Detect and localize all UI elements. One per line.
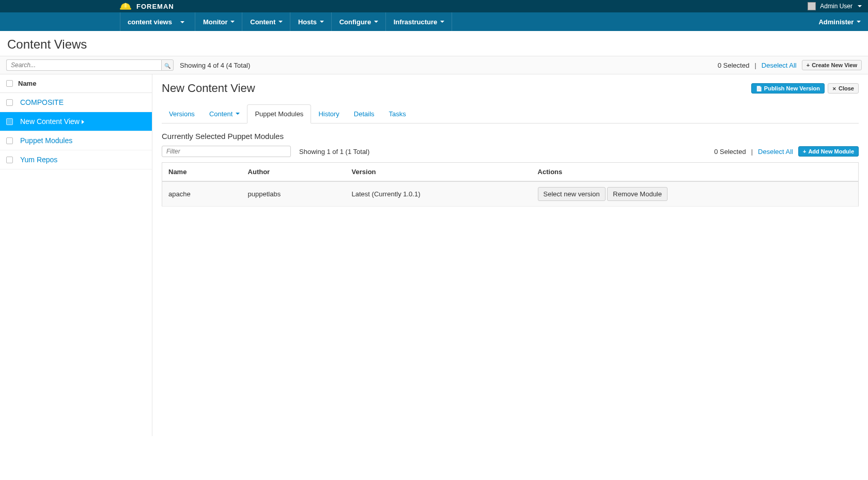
nav-hosts[interactable]: Hosts xyxy=(290,12,332,31)
close-icon xyxy=(832,85,836,91)
search-icon xyxy=(164,61,171,69)
search xyxy=(6,59,174,71)
avatar-icon xyxy=(808,2,816,10)
row-checkbox[interactable] xyxy=(6,99,13,106)
sidebar-header-label: Name xyxy=(18,80,36,87)
cell-version: Latest (Currently 1.0.1) xyxy=(346,181,532,207)
caret-down-icon xyxy=(374,21,378,23)
detail-pane: New Content View Publish New Version Clo… xyxy=(152,74,868,436)
user-label: Admin User xyxy=(820,3,853,10)
tab-history[interactable]: History xyxy=(311,104,346,123)
row-checkbox[interactable] xyxy=(6,118,13,125)
cell-author: puppetlabs xyxy=(242,181,346,207)
topbar: FOREMAN Admin User xyxy=(0,0,868,12)
sidebar-item-label[interactable]: Puppet Modules xyxy=(20,136,72,145)
result-count: Showing 4 of 4 (4 Total) xyxy=(180,61,250,69)
sidebar-item-yum-repos[interactable]: Yum Repos xyxy=(0,150,152,169)
modules-table: Name Author Version Actions apache puppe… xyxy=(162,162,859,207)
close-button[interactable]: Close xyxy=(828,83,859,94)
body: Name COMPOSITE New Content View Puppet M… xyxy=(0,74,868,436)
navbar: content views Monitor Content Hosts Conf… xyxy=(0,12,868,31)
add-new-module-button[interactable]: Add New Module xyxy=(798,146,859,157)
file-icon xyxy=(756,85,762,91)
sidebar-item-new-content-view[interactable]: New Content View xyxy=(0,112,152,131)
remove-module-button[interactable]: Remove Module xyxy=(607,187,668,201)
nav-monitor[interactable]: Monitor xyxy=(195,12,242,31)
col-name[interactable]: Name xyxy=(162,163,242,182)
brand-text: FOREMAN xyxy=(136,3,174,10)
caret-down-icon xyxy=(440,21,444,23)
select-all-checkbox[interactable] xyxy=(6,80,13,87)
search-input[interactable] xyxy=(6,59,161,71)
caret-down-icon xyxy=(236,113,240,115)
nav-administer[interactable]: Administer xyxy=(811,12,868,31)
row-checkbox[interactable] xyxy=(6,137,13,144)
selected-count: 0 Selected xyxy=(718,61,749,69)
tab-details[interactable]: Details xyxy=(347,104,382,123)
sidebar-item-label[interactable]: COMPOSITE xyxy=(20,98,64,106)
filter-row: Showing 1 of 1 (1 Total) 0 Selected | De… xyxy=(162,146,859,157)
detail-header: New Content View Publish New Version Clo… xyxy=(162,82,859,95)
context-label: content views xyxy=(128,18,172,26)
deselect-all-link[interactable]: Deselect All xyxy=(762,61,797,69)
caret-down-icon xyxy=(278,21,283,23)
page-header: Content Views xyxy=(0,31,868,56)
page-title: Content Views xyxy=(7,37,861,52)
user-menu[interactable]: Admin User xyxy=(808,2,862,10)
col-actions: Actions xyxy=(532,163,859,182)
toolbar: Showing 4 of 4 (4 Total) 0 Selected | De… xyxy=(0,56,868,74)
caret-down-icon xyxy=(320,21,324,23)
svg-rect-0 xyxy=(120,8,131,10)
create-new-view-button[interactable]: Create New View xyxy=(802,60,862,70)
col-author[interactable]: Author xyxy=(242,163,346,182)
filter-count: Showing 1 of 1 (1 Total) xyxy=(299,148,369,156)
publish-new-version-button[interactable]: Publish New Version xyxy=(751,83,825,94)
cell-name: apache xyxy=(162,181,242,207)
tab-tasks[interactable]: Tasks xyxy=(382,104,413,123)
sidebar-item-label[interactable]: Yum Repos xyxy=(20,156,57,164)
sidebar: Name COMPOSITE New Content View Puppet M… xyxy=(0,74,152,436)
sidebar-item-label[interactable]: New Content View xyxy=(20,117,84,126)
tab-puppet-modules[interactable]: Puppet Modules xyxy=(247,104,311,123)
caret-down-icon xyxy=(230,21,235,23)
nav-configure[interactable]: Configure xyxy=(332,12,386,31)
col-version[interactable]: Version xyxy=(346,163,532,182)
filter-input[interactable] xyxy=(162,146,291,157)
context-switcher[interactable]: content views xyxy=(120,12,195,31)
section-title: Currently Selected Puppet Modules xyxy=(162,132,859,141)
filter-selected-count: 0 Selected xyxy=(714,148,746,156)
caret-down-icon xyxy=(857,21,861,23)
caret-down-icon xyxy=(180,21,184,23)
caret-down-icon xyxy=(858,5,862,7)
hardhat-icon xyxy=(120,2,131,11)
cell-actions: Select new version Remove Module xyxy=(532,181,859,207)
tab-versions[interactable]: Versions xyxy=(162,104,202,123)
nav-infrastructure[interactable]: Infrastructure xyxy=(386,12,452,31)
sidebar-item-composite[interactable]: COMPOSITE xyxy=(0,93,152,112)
nav-content[interactable]: Content xyxy=(242,12,290,31)
plus-icon xyxy=(803,148,806,154)
chevron-right-icon xyxy=(82,120,84,124)
sidebar-header: Name xyxy=(0,74,152,93)
sidebar-item-puppet-modules[interactable]: Puppet Modules xyxy=(0,131,152,150)
plus-icon xyxy=(807,62,810,68)
brand: FOREMAN xyxy=(120,2,174,11)
row-checkbox[interactable] xyxy=(6,157,13,163)
detail-title: New Content View xyxy=(162,82,751,95)
filter-deselect-all-link[interactable]: Deselect All xyxy=(758,148,793,156)
tabs: Versions Content Puppet Modules History … xyxy=(162,104,859,123)
search-button[interactable] xyxy=(161,59,174,71)
table-row: apache puppetlabs Latest (Currently 1.0.… xyxy=(162,181,859,207)
select-new-version-button[interactable]: Select new version xyxy=(538,187,606,201)
tab-content[interactable]: Content xyxy=(202,104,247,123)
